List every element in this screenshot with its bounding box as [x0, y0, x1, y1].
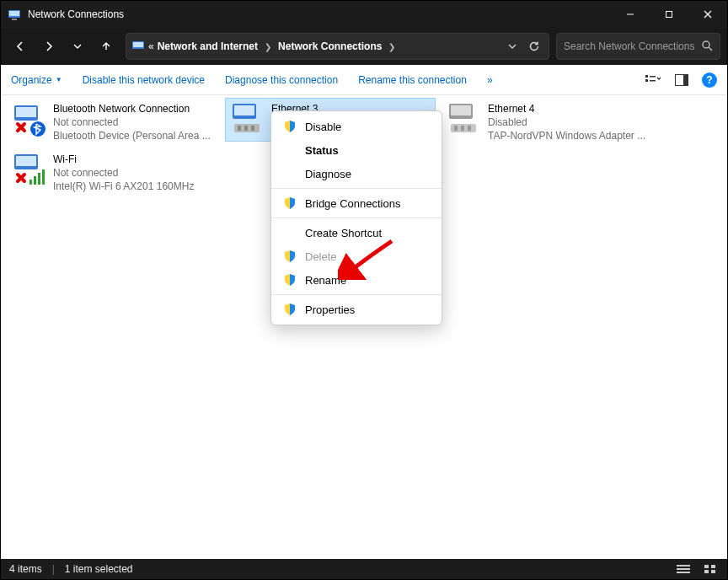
svg-rect-39: [677, 568, 690, 570]
ctx-label: Bridge Connections: [305, 197, 400, 210]
view-options-button[interactable]: [645, 72, 661, 89]
window-title: Network Connections: [28, 8, 124, 20]
svg-rect-38: [677, 565, 690, 567]
chevron-right-icon: ❯: [385, 42, 399, 51]
wifi-icon: [11, 153, 46, 188]
titlebar: Network Connections: [1, 1, 727, 28]
maximize-button[interactable]: [650, 1, 688, 28]
separator: [271, 218, 442, 218]
svg-rect-14: [650, 80, 656, 82]
svg-rect-1: [9, 11, 19, 16]
recent-dropdown[interactable]: [65, 34, 90, 59]
svg-rect-11: [645, 75, 648, 78]
chevron-right-icon: ❯: [261, 42, 275, 51]
disable-device-button[interactable]: Disable this network device: [83, 74, 205, 86]
ctx-status[interactable]: Status: [271, 138, 442, 162]
svg-rect-41: [704, 565, 709, 568]
svg-rect-33: [16, 156, 36, 166]
organize-menu[interactable]: Organize ▼: [11, 74, 62, 86]
large-icons-view-button[interactable]: [702, 562, 719, 576]
svg-rect-12: [645, 79, 648, 82]
ethernet-disabled-icon: [446, 102, 481, 137]
svg-rect-13: [650, 76, 656, 78]
context-menu: Disable Status Diagnose Bridge Connectio…: [270, 110, 442, 325]
svg-rect-2: [12, 19, 17, 20]
back-button[interactable]: [8, 34, 33, 59]
up-button[interactable]: [94, 34, 119, 59]
ctx-create-shortcut[interactable]: Create Shortcut: [271, 221, 442, 244]
ctx-label: Status: [305, 144, 339, 157]
item-name: Wi-Fi: [53, 153, 194, 166]
connection-item-ethernet4[interactable]: Ethernet 4 Disabled TAP-NordVPN Windows …: [442, 99, 653, 147]
window: Network Connections « Net: [0, 0, 728, 580]
ctx-properties[interactable]: Properties: [271, 298, 442, 321]
ctx-rename[interactable]: Rename: [271, 268, 442, 292]
item-device: TAP-NordVPN Windows Adapter ...: [488, 129, 645, 142]
ctx-label: Properties: [305, 303, 355, 316]
navbar: « Network and Internet ❯ Network Connect…: [1, 28, 727, 65]
app-icon: [8, 8, 21, 21]
item-name: Ethernet 4: [488, 102, 645, 115]
ctx-label: Diagnose: [305, 168, 351, 180]
svg-rect-43: [704, 570, 709, 573]
breadcrumb-prefix: «: [148, 40, 154, 52]
details-view-button[interactable]: [675, 562, 692, 576]
svg-rect-8: [133, 42, 143, 47]
connection-item-wifi[interactable]: Wi-Fi Not connected Intel(R) Wi-Fi 6 AX2…: [8, 149, 218, 197]
address-dropdown[interactable]: [503, 37, 522, 56]
status-bar: 4 items | 1 item selected: [1, 559, 727, 579]
search-input[interactable]: Search Network Connections: [556, 33, 720, 60]
svg-rect-44: [711, 570, 715, 573]
bluetooth-icon: [11, 102, 46, 137]
svg-rect-29: [454, 126, 458, 131]
help-button[interactable]: ?: [702, 72, 717, 88]
ctx-bridge[interactable]: Bridge Connections: [271, 191, 442, 215]
search-placeholder: Search Network Connections: [564, 40, 696, 52]
breadcrumb-network-and-internet[interactable]: Network and Internet: [158, 40, 258, 52]
content-area[interactable]: Bluetooth Network Connection Not connect…: [1, 95, 727, 559]
shield-icon: [283, 196, 297, 210]
svg-rect-31: [468, 126, 471, 131]
svg-rect-42: [711, 565, 715, 568]
svg-rect-24: [244, 126, 248, 131]
close-button[interactable]: [688, 1, 727, 28]
svg-rect-37: [42, 169, 45, 185]
ctx-disable[interactable]: Disable: [271, 115, 442, 138]
svg-rect-30: [461, 126, 464, 131]
svg-rect-25: [251, 126, 254, 131]
preview-pane-button[interactable]: [673, 72, 690, 89]
svg-rect-40: [677, 572, 690, 573]
shield-icon: [283, 273, 297, 287]
ctx-label: Delete: [305, 250, 337, 263]
refresh-button[interactable]: [525, 37, 543, 56]
address-bar[interactable]: « Network and Internet ❯ Network Connect…: [126, 33, 549, 60]
item-device: Bluetooth Device (Personal Area ...: [53, 129, 211, 142]
status-count: 4 items: [9, 563, 42, 575]
svg-rect-16: [683, 74, 688, 85]
diagnose-button[interactable]: Diagnose this connection: [225, 74, 338, 86]
breadcrumb-network-connections[interactable]: Network Connections: [278, 40, 382, 52]
svg-point-9: [703, 41, 709, 48]
rename-button[interactable]: Rename this connection: [358, 74, 467, 86]
address-icon: [131, 39, 145, 55]
divider: |: [52, 563, 55, 575]
chevron-down-icon: ▼: [56, 76, 62, 83]
ctx-diagnose[interactable]: Diagnose: [271, 162, 442, 185]
svg-rect-23: [238, 126, 241, 131]
svg-line-10: [709, 47, 712, 51]
item-device: Intel(R) Wi-Fi 6 AX201 160MHz: [53, 180, 194, 193]
connection-item-bluetooth[interactable]: Bluetooth Network Connection Not connect…: [8, 99, 218, 147]
forward-button[interactable]: [36, 34, 62, 59]
ctx-label: Rename: [305, 274, 346, 287]
minimize-button[interactable]: [611, 1, 650, 28]
overflow-button[interactable]: »: [487, 74, 493, 86]
search-icon: [701, 40, 713, 54]
shield-icon: [283, 120, 297, 133]
shield-icon: [283, 250, 297, 263]
ctx-label: Create Shortcut: [305, 227, 382, 239]
svg-rect-27: [451, 105, 471, 115]
organize-label: Organize: [11, 74, 52, 86]
item-status: Disabled: [488, 115, 645, 129]
item-status: Not connected: [53, 166, 194, 180]
command-bar: Organize ▼ Disable this network device D…: [1, 65, 727, 95]
